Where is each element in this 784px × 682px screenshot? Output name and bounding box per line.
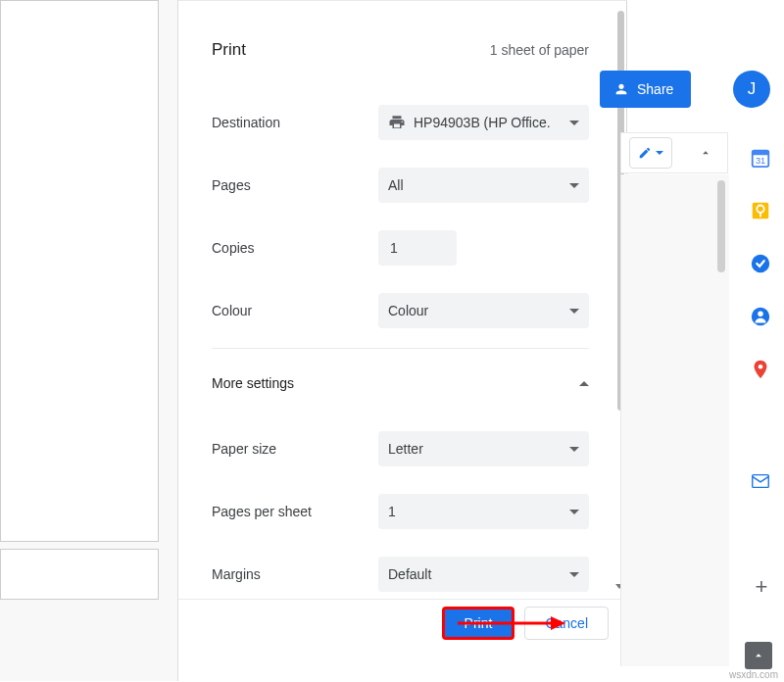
paper-size-value: Letter <box>388 441 423 457</box>
dialog-title: Print <box>212 40 246 60</box>
pages-per-sheet-label: Pages per sheet <box>212 504 378 519</box>
contacts-icon[interactable] <box>750 306 771 327</box>
keep-icon[interactable] <box>750 200 771 221</box>
pages-select[interactable]: All <box>378 168 589 203</box>
pages-per-sheet-select[interactable]: 1 <box>378 494 589 529</box>
watermark: wsxdn.com <box>729 669 778 680</box>
share-label: Share <box>637 81 673 97</box>
svg-rect-12 <box>753 475 769 488</box>
chevron-down-icon <box>569 183 579 188</box>
sheet-count: 1 sheet of paper <box>490 42 589 58</box>
chevron-down-icon <box>569 121 579 125</box>
preview-page-2 <box>0 549 159 600</box>
copies-label: Copies <box>212 240 378 256</box>
chevron-down-icon <box>569 447 579 452</box>
pages-per-sheet-value: 1 <box>388 504 396 519</box>
mail-icon[interactable] <box>750 470 771 492</box>
colour-value: Colour <box>388 303 428 318</box>
chevron-down-icon <box>569 510 579 514</box>
chevron-down-icon <box>656 151 663 155</box>
pages-value: All <box>388 177 404 193</box>
calendar-icon[interactable]: 31 <box>750 147 771 169</box>
margins-label: Margins <box>212 566 378 582</box>
avatar[interactable]: J <box>733 71 770 108</box>
more-settings-label: More settings <box>212 375 294 391</box>
svg-point-10 <box>758 312 763 317</box>
preview-pane <box>0 0 178 681</box>
side-panel <box>620 174 729 666</box>
maps-icon[interactable] <box>750 359 771 380</box>
pencil-icon <box>638 146 652 160</box>
paper-size-select[interactable]: Letter <box>378 431 589 466</box>
side-panel-scrollbar[interactable] <box>717 180 725 272</box>
pages-label: Pages <box>212 177 378 193</box>
destination-value: HP94903B (HP Office. <box>414 115 551 130</box>
cancel-button[interactable]: Cancel <box>524 607 609 640</box>
copies-input[interactable] <box>378 230 457 266</box>
paper-size-label: Paper size <box>212 441 378 457</box>
expand-button[interactable] <box>745 642 772 669</box>
share-button[interactable]: Share <box>600 71 691 108</box>
colour-select[interactable]: Colour <box>378 293 589 328</box>
svg-point-11 <box>759 365 763 369</box>
destination-select[interactable]: HP94903B (HP Office. <box>378 105 589 140</box>
edit-mode-button[interactable] <box>629 137 672 169</box>
svg-rect-3 <box>753 151 769 156</box>
preview-page-1 <box>0 0 159 542</box>
svg-text:31: 31 <box>756 156 765 166</box>
svg-rect-7 <box>760 213 761 218</box>
toolbar-overflow <box>620 132 728 173</box>
destination-label: Destination <box>212 115 378 130</box>
chevron-up-icon <box>699 146 712 160</box>
print-button[interactable]: Print <box>442 607 515 640</box>
chevron-down-icon <box>569 572 579 577</box>
expand-icon <box>752 649 765 662</box>
colour-label: Colour <box>212 303 378 318</box>
margins-value: Default <box>388 566 431 582</box>
print-dialog: Print 1 sheet of paper Destination HP949… <box>178 0 627 647</box>
tasks-icon[interactable] <box>750 253 771 274</box>
more-settings-toggle[interactable]: More settings <box>212 349 589 417</box>
chevron-up-icon <box>579 381 589 386</box>
printer-icon <box>388 114 406 131</box>
dialog-footer: Print Cancel <box>178 599 626 647</box>
add-addon-button[interactable]: + <box>751 576 772 598</box>
person-icon <box>613 81 629 97</box>
chevron-down-icon <box>569 309 579 314</box>
addon-sidebar: 31 <box>737 147 784 492</box>
margins-select[interactable]: Default <box>378 557 589 592</box>
collapse-button[interactable] <box>692 139 719 167</box>
app-right-area: Share J 31 + <box>627 0 784 681</box>
